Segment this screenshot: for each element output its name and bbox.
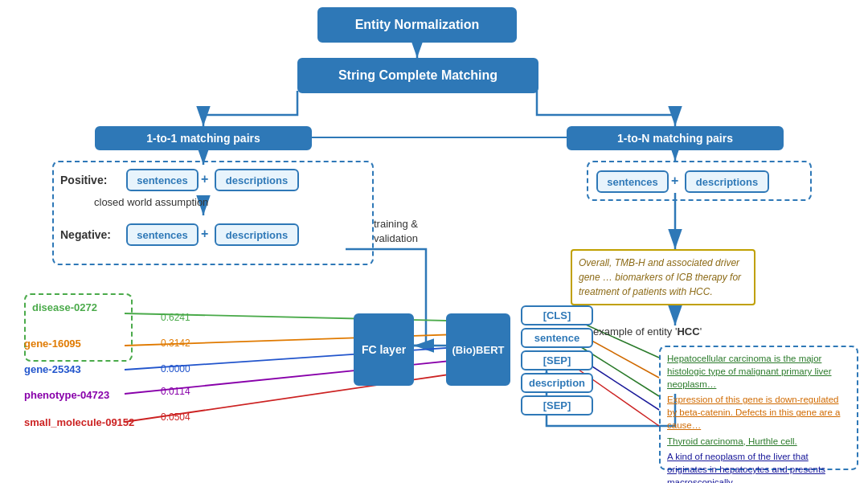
sentences-neg-box: sentences [126,223,199,246]
gene2-label: gene-25343 [24,363,81,375]
score-2: 0.3142 [161,338,190,349]
sentence-label: sentence [534,332,579,344]
description-label: description [529,377,585,389]
fc-layer-label: FC layer [362,343,406,356]
sentence-box: sentence [521,328,593,348]
descriptions-neg-box: descriptions [215,223,299,246]
sep2-label: [SEP] [543,399,571,411]
sentences-pos-label: sentences [137,174,188,186]
desc-text-box: Overall, TMB-H and associated driver gen… [571,249,755,305]
one-to-n-label: 1-to-N matching pairs [617,132,733,145]
right-desc-4: A kind of neoplasm of the liver that ori… [667,450,850,483]
small-molecule-label: small_molecule-09152 [24,416,134,428]
positive-negative-container: Positive: sentences + descriptions close… [52,161,374,265]
score-4: 0.0114 [161,386,190,397]
descriptions-right-box: descriptions [685,170,769,193]
descriptions-pos-label: descriptions [226,174,288,186]
score-1: 0.6241 [161,312,190,323]
example-label: an example of entity 'HCC' [579,325,702,338]
one-to-n-box: 1-to-N matching pairs [567,126,784,150]
entities-container: disease-0272 [24,293,133,362]
entity-normalization-box: Entity Normalization [317,7,517,43]
sep2-box: [SEP] [521,395,593,415]
bio-bert-label: (Bio)BERT [452,344,505,356]
sentences-right-label: sentences [607,176,658,188]
negative-label: Negative: [60,228,111,241]
plus-neg: + [201,227,208,241]
sep1-box: [SEP] [521,350,593,370]
description-box: description [521,373,593,393]
string-complete-matching-box: String Complete Matching [297,58,538,93]
right-descriptions-container: Hepatocellular carcinoma is the major hi… [659,346,858,470]
positive-label: Positive: [60,174,107,186]
descriptions-pos-box: descriptions [215,169,299,191]
score-3: 0.0000 [161,363,190,375]
sentences-neg-label: sentences [137,229,188,241]
score-5: 0.0504 [161,411,190,423]
closed-world-label: closed world assumption [94,196,208,208]
sep1-label: [SEP] [543,354,571,366]
one-to-one-label: 1-to-1 matching pairs [146,132,260,145]
disease-label: disease-0272 [32,301,97,313]
desc-text-content: Overall, TMB-H and associated driver gen… [579,257,741,297]
entity-normalization-label: Entity Normalization [355,18,480,32]
descriptions-right-label: descriptions [696,176,758,188]
plus-right: + [671,174,678,188]
cls-box: [CLS] [521,305,593,325]
right-desc-3: Thyroid carcinoma, Hurthle cell. [667,435,850,448]
gene1-label: gene-16095 [24,338,81,350]
training-validation-label: training &validation [374,217,418,246]
string-complete-label: String Complete Matching [338,68,497,83]
diagram: Entity Normalization String Complete Mat… [0,0,868,483]
right-sent-desc-container: sentences + descriptions [587,161,812,201]
right-desc-1: Hepatocellular carcinoma is the major hi… [667,352,850,391]
phenotype-label: phenotype-04723 [24,389,109,401]
right-desc-2: Expression of this gene is down-regulate… [667,393,850,432]
plus-pos: + [201,172,208,186]
bio-bert-box: (Bio)BERT [446,313,510,386]
cls-label: [CLS] [543,309,571,321]
descriptions-neg-label: descriptions [226,229,288,241]
sentences-pos-box: sentences [126,169,199,191]
fc-layer-box: FC layer [354,313,414,386]
one-to-one-box: 1-to-1 matching pairs [95,126,312,150]
sentences-right-box: sentences [596,170,669,193]
